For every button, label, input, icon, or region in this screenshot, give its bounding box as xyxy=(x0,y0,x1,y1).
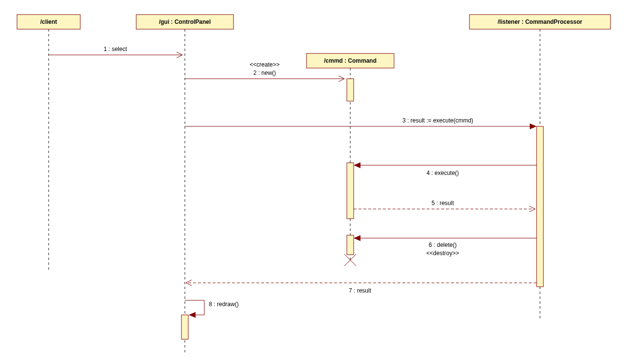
message-new-label: 2 : new() xyxy=(253,69,276,76)
message-execute-cmmd: 3 : result := execute(cmmd) xyxy=(185,117,537,129)
message-result-1-label: 5 : result xyxy=(431,200,454,207)
message-redraw: 8 : redraw() xyxy=(185,300,239,318)
svg-marker-16 xyxy=(189,312,196,318)
activation-cmmd-3 xyxy=(347,235,354,255)
sequence-diagram: /client /gui : ControlPanel /cmmd : Comm… xyxy=(0,0,629,364)
lifeline-client: /client xyxy=(17,15,80,29)
message-execute-label: 4 : execute() xyxy=(427,170,459,176)
lifeline-gui-label: /gui : ControlPanel xyxy=(159,18,211,25)
svg-marker-12 xyxy=(354,235,360,241)
destroy-icon xyxy=(344,254,356,266)
lifeline-cmmd: /cmmd : Command xyxy=(306,53,394,68)
message-result-2-label: 7 : result xyxy=(349,287,372,294)
activation-cmmd-2 xyxy=(347,163,354,219)
message-select-label: 1 : select xyxy=(104,46,127,52)
activation-gui-1 xyxy=(181,315,188,339)
message-redraw-label: 8 : redraw() xyxy=(209,301,238,308)
message-execute-cmmd-label: 3 : result := execute(cmmd) xyxy=(402,117,473,124)
activation-cmmd-1 xyxy=(347,79,354,101)
activation-listener-1 xyxy=(537,126,543,287)
message-new-stereotype: <<create>> xyxy=(250,61,279,68)
message-delete-label: 6 : delete() xyxy=(429,242,456,248)
message-result-2: 7 : result xyxy=(186,280,537,294)
svg-marker-7 xyxy=(530,123,537,129)
lifeline-gui: /gui : ControlPanel xyxy=(136,15,234,29)
lifeline-listener: /listener : CommandProcessor xyxy=(469,15,611,29)
message-delete: 6 : delete() <<destroy>> xyxy=(354,235,537,257)
svg-marker-9 xyxy=(354,162,360,168)
message-execute: 4 : execute() xyxy=(354,162,537,176)
message-delete-stereotype: <<destroy>> xyxy=(426,250,459,257)
message-result-1: 5 : result xyxy=(354,200,535,212)
message-select: 1 : select xyxy=(49,46,182,58)
lifeline-listener-label: /listener : CommandProcessor xyxy=(498,18,582,25)
lifeline-cmmd-label: /cmmd : Command xyxy=(324,57,377,64)
lifeline-client-label: /client xyxy=(40,18,57,25)
